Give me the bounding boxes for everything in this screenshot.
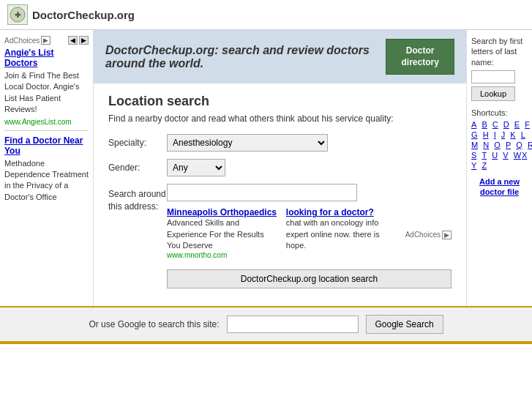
alpha-b[interactable]: B: [482, 120, 487, 129]
ad-info-icon: ▶: [41, 36, 50, 45]
specialty-row: Specialty: Anesthesiology Cardiology Der…: [108, 134, 452, 152]
location-search-section: Location search Find a nearby doctor and…: [94, 83, 466, 306]
sidebar-divider: [4, 130, 89, 131]
ad1-body: Join & Find The Best Local Doctor. Angie…: [4, 70, 89, 116]
right-sidebar: Search by first letters of last name: Lo…: [466, 30, 532, 306]
ad-choices-label: AdChoices: [4, 37, 40, 45]
banner-title-italic: DoctorCheckup.org: [105, 44, 214, 56]
ad-prev-btn[interactable]: ◀: [68, 36, 78, 45]
alpha-a[interactable]: A: [471, 120, 476, 129]
alpha-n[interactable]: N: [483, 141, 489, 149]
address-row: Search around this address: Minneapolis …: [108, 184, 452, 288]
location-search-heading: Location search: [108, 94, 452, 109]
ad2: Find a Doctor Near You Methadone Depende…: [4, 135, 89, 204]
ad-block1-body: Advanced Skills and Experience For the R…: [167, 217, 279, 251]
alpha-z[interactable]: Z: [482, 161, 487, 170]
alpha-l[interactable]: L: [521, 130, 525, 139]
alpha-x[interactable]: X: [522, 151, 527, 160]
alpha-v[interactable]: V: [503, 151, 508, 160]
alpha-d[interactable]: D: [503, 120, 509, 129]
alpha-m[interactable]: M: [471, 141, 478, 149]
main-layout: AdChoices ▶ ◀ ▶ Angie's List Doctors Joi…: [0, 30, 532, 306]
ad-choices-bottom-icon: ▶: [442, 231, 452, 239]
header: ✚ DoctorCheckup.org: [0, 0, 532, 30]
google-search-button[interactable]: Google Search: [366, 315, 443, 334]
ad2-title[interactable]: Find a Doctor Near You: [4, 135, 89, 156]
ad-block1: Minneapolis Orthopaedics Advanced Skills…: [167, 207, 279, 259]
bottom-border: [0, 341, 532, 344]
ad-nav[interactable]: ◀ ▶: [68, 36, 89, 45]
location-search-description: Find a nearby doctor and read what other…: [108, 113, 452, 124]
center-content: DoctorCheckup.org: search and review doc…: [94, 30, 466, 306]
address-label: Search around this address:: [108, 184, 167, 213]
ad-block1-url[interactable]: www.mnortho.com: [167, 251, 279, 259]
search-by-label: Search by first letters of last name:: [471, 36, 528, 67]
ad2-body: Methadone Dependence Treatment in the Pr…: [4, 158, 89, 204]
add-doctor-link[interactable]: Add a new doctor file: [471, 176, 528, 198]
alpha-q[interactable]: Q: [516, 141, 522, 149]
alpha-i[interactable]: I: [494, 130, 496, 139]
alpha-y[interactable]: Y: [471, 161, 476, 170]
alpha-row-6: Y Z: [471, 161, 487, 170]
alpha-row-3: M N O P Q R: [471, 141, 532, 149]
shortcuts-label: Shortcuts:: [471, 108, 528, 117]
alpha-g[interactable]: G: [471, 130, 478, 139]
bottom-bar: Or use Google to search this site: Googl…: [0, 306, 532, 341]
site-name: DoctorCheckup.org: [32, 9, 135, 21]
alpha-row-1: A B C D E F: [471, 120, 530, 129]
alpha-k[interactable]: K: [510, 130, 515, 139]
ad1-url[interactable]: www.AngiesList.com: [4, 118, 89, 126]
ad-block2: looking for a doctor? chat with an oncol…: [286, 207, 398, 259]
ad-block2-body: chat with an oncology info expert online…: [286, 217, 398, 251]
ad-choices-header: AdChoices ▶ ◀ ▶: [4, 36, 89, 45]
google-search-input[interactable]: [227, 316, 359, 333]
alpha-o[interactable]: O: [494, 141, 501, 149]
top-banner: DoctorCheckup.org: search and review doc…: [94, 30, 466, 83]
left-sidebar: AdChoices ▶ ◀ ▶ Angie's List Doctors Joi…: [0, 30, 94, 306]
gender-control: Any Male Female: [167, 159, 357, 176]
alpha-j[interactable]: J: [501, 130, 506, 139]
location-search-button[interactable]: DoctorCheckup.org location search: [167, 269, 452, 288]
specialty-control: Anesthesiology Cardiology Dermatology Fa…: [167, 134, 357, 152]
svg-text:✚: ✚: [15, 11, 21, 19]
gender-label: Gender:: [108, 163, 167, 173]
ad1-title[interactable]: Angie's List Doctors: [4, 48, 89, 68]
gender-select[interactable]: Any Male Female: [167, 159, 225, 176]
alpha-p[interactable]: P: [506, 141, 511, 149]
ad-choices-bottom-label: AdChoices: [405, 231, 441, 239]
lookup-button[interactable]: Lookup: [471, 86, 515, 101]
last-name-input[interactable]: [471, 70, 515, 83]
alpha-links: A B C D E F G H I J: [471, 120, 528, 171]
specialty-select[interactable]: Anesthesiology Cardiology Dermatology Fa…: [167, 134, 328, 152]
ad-block2-title[interactable]: looking for a doctor?: [286, 207, 398, 217]
alpha-c[interactable]: C: [492, 120, 498, 129]
gender-row: Gender: Any Male Female: [108, 159, 452, 176]
logo-icon: ✚: [7, 4, 28, 25]
address-section: Minneapolis Orthopaedics Advanced Skills…: [167, 184, 452, 288]
alpha-s[interactable]: S: [471, 151, 476, 160]
ad1: Angie's List Doctors Join & Find The Bes…: [4, 48, 89, 126]
alpha-w[interactable]: W: [514, 151, 521, 160]
alpha-e[interactable]: E: [514, 120, 520, 129]
address-input[interactable]: [167, 184, 357, 201]
alpha-h[interactable]: H: [483, 130, 489, 139]
alpha-t[interactable]: T: [482, 151, 487, 160]
alpha-row-4: S T U V W: [471, 151, 521, 160]
ad-next-btn[interactable]: ▶: [79, 36, 89, 45]
alpha-f[interactable]: F: [525, 120, 530, 129]
ad-choices-bottom: AdChoices ▶: [405, 210, 452, 259]
ad-block1-title[interactable]: Minneapolis Orthopaedics: [167, 207, 279, 217]
alpha-row-5: X: [522, 151, 527, 160]
site-logo: ✚ DoctorCheckup.org: [7, 4, 135, 25]
ad-area: Minneapolis Orthopaedics Advanced Skills…: [167, 207, 452, 259]
banner-title: DoctorCheckup.org: search and review doc…: [105, 44, 386, 70]
specialty-label: Specialty:: [108, 138, 167, 148]
alpha-r[interactable]: R: [528, 141, 532, 149]
alpha-row-2: G H I J K L: [471, 130, 525, 139]
alpha-u[interactable]: U: [492, 151, 498, 160]
google-search-label: Or use Google to search this site:: [89, 319, 219, 329]
doctor-directory-button[interactable]: Doctor directory: [386, 39, 454, 75]
